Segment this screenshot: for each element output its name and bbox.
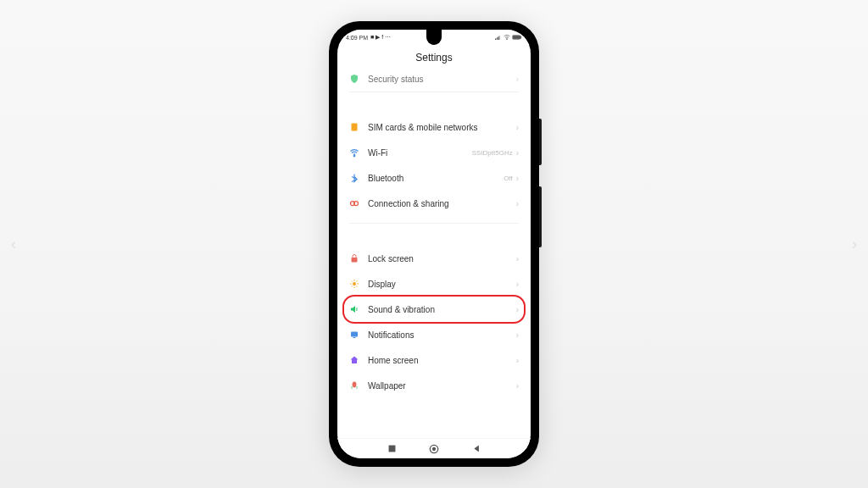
svg-rect-6 — [520, 36, 521, 38]
wifi-status-icon — [504, 35, 510, 40]
display-icon — [349, 279, 359, 289]
svg-rect-0 — [495, 39, 496, 41]
home-icon — [349, 355, 359, 365]
chevron-right-icon: › — [516, 148, 519, 158]
item-label: Security status — [368, 75, 516, 84]
item-label: Lock screen — [368, 254, 516, 263]
battery-icon — [512, 35, 522, 40]
svg-rect-22 — [351, 332, 358, 337]
svg-point-13 — [353, 282, 356, 286]
list-item-display[interactable]: Display› — [337, 271, 531, 297]
item-value: SSIDptt5GHz — [472, 149, 513, 157]
item-label: Connection & sharing — [368, 199, 516, 208]
phone-notch — [426, 30, 442, 45]
chevron-right-icon: › — [516, 254, 519, 263]
chevron-right-icon: › — [516, 174, 519, 183]
svg-line-18 — [352, 281, 353, 282]
list-item-notifications[interactable]: Notifications› — [337, 322, 531, 347]
svg-rect-2 — [498, 37, 498, 41]
home-button[interactable] — [428, 443, 440, 455]
item-label: Notifications — [368, 330, 516, 340]
notifications-icon — [349, 330, 359, 340]
svg-point-26 — [432, 446, 436, 450]
list-item-wi-fi[interactable]: Wi-FiSSIDptt5GHz› — [337, 140, 531, 165]
carousel-prev[interactable]: ‹ — [5, 236, 22, 252]
item-label: Home screen — [368, 356, 516, 365]
power-button — [539, 186, 542, 247]
list-item-sim-cards-mobile-networks[interactable]: SIM cards & mobile networks› — [337, 114, 531, 140]
divider — [349, 223, 519, 224]
item-label: Wi-Fi — [368, 148, 472, 158]
item-label: Display — [368, 280, 516, 289]
status-app-icons: ■ ▶ f ⋯ — [370, 34, 391, 41]
phone-frame: 4:09 PM ■ ▶ f ⋯ Settings Security status… — [329, 21, 539, 467]
navigation-bar — [337, 438, 531, 458]
volume-button — [539, 119, 542, 165]
connection-icon — [349, 198, 359, 208]
svg-rect-24 — [388, 446, 395, 452]
svg-rect-3 — [499, 36, 500, 41]
chevron-right-icon: › — [516, 330, 519, 340]
svg-line-21 — [357, 281, 358, 282]
item-value: Off — [504, 175, 513, 182]
signal-icon — [495, 35, 502, 40]
bluetooth-icon — [349, 173, 359, 183]
list-item-sound-vibration[interactable]: Sound & vibration› — [337, 297, 531, 322]
phone-screen: 4:09 PM ■ ▶ f ⋯ Settings Security status… — [337, 30, 531, 458]
status-time: 4:09 PM — [346, 35, 368, 41]
chevron-right-icon: › — [516, 381, 519, 391]
shield-icon — [349, 74, 359, 84]
svg-rect-1 — [497, 38, 498, 41]
recents-button[interactable] — [386, 443, 398, 455]
back-button[interactable] — [470, 443, 482, 455]
list-item-lock-screen[interactable]: Lock screen› — [337, 246, 531, 271]
chevron-right-icon: › — [516, 123, 519, 132]
item-label: Wallpaper — [368, 381, 516, 391]
svg-rect-12 — [352, 258, 358, 263]
page-title: Settings — [337, 45, 531, 72]
chevron-right-icon: › — [516, 305, 519, 314]
svg-point-9 — [353, 155, 355, 157]
chevron-right-icon: › — [516, 199, 519, 208]
svg-line-19 — [357, 286, 358, 287]
svg-line-20 — [352, 286, 353, 287]
list-item-connection-sharing[interactable]: Connection & sharing› — [337, 191, 531, 216]
item-label: Bluetooth — [368, 174, 504, 183]
list-item-wallpaper[interactable]: Wallpaper› — [337, 373, 531, 398]
list-item-home-screen[interactable]: Home screen› — [337, 347, 531, 373]
wallpaper-icon — [349, 380, 359, 391]
item-label: SIM cards & mobile networks — [368, 123, 516, 132]
list-item-bluetooth[interactable]: BluetoothOff› — [337, 165, 531, 191]
svg-rect-7 — [513, 36, 520, 39]
list-item-security-status[interactable]: Security status › — [337, 72, 531, 88]
item-label: Sound & vibration — [368, 305, 516, 314]
sim-icon — [349, 122, 359, 132]
divider — [349, 92, 519, 92]
chevron-right-icon: › — [516, 356, 519, 365]
carousel-next[interactable]: › — [846, 236, 863, 252]
sound-icon — [349, 304, 359, 314]
wifi-icon — [349, 147, 359, 158]
svg-rect-23 — [353, 337, 356, 338]
lock-icon — [349, 253, 359, 263]
settings-list[interactable]: Security status › SIM cards & mobile net… — [337, 72, 531, 438]
svg-point-4 — [507, 39, 508, 40]
chevron-right-icon: › — [516, 280, 519, 289]
chevron-right-icon: › — [516, 75, 519, 84]
svg-rect-8 — [352, 124, 358, 131]
